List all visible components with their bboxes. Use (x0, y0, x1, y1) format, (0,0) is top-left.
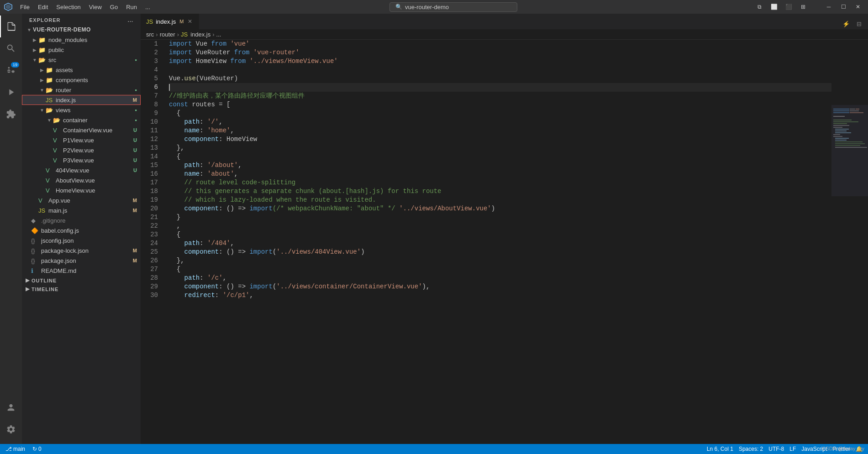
index-js-label: index.js (56, 97, 133, 104)
tree-package-json[interactable]: {} package.json M (22, 256, 141, 266)
menu-selection[interactable]: Selection (53, 3, 84, 11)
status-sync[interactable]: ↻ 0 (31, 444, 43, 454)
container-label: container (63, 117, 135, 124)
status-lang[interactable]: JavaScript (800, 444, 829, 454)
p2view-badge: U (133, 147, 137, 153)
outline-section[interactable]: ▶ OUTLINE (22, 276, 141, 284)
code-line-23: { (169, 230, 831, 239)
tree-p1view[interactable]: V P1View.vue U (22, 135, 141, 145)
readme-label: README.md (41, 267, 141, 274)
layout-btn-3[interactable]: ⬛ (782, 2, 795, 11)
code-line-3: import HomeView from '../views/HomeView.… (169, 57, 831, 66)
status-bell[interactable]: 🔔 (854, 444, 864, 454)
layout-btn-2[interactable]: ⬜ (768, 2, 780, 11)
close-btn[interactable]: ✕ (852, 2, 864, 11)
modified-indicator: M (179, 19, 184, 24)
layout-btn-1[interactable]: ⧉ (753, 2, 766, 11)
menu-run[interactable]: Run (122, 3, 141, 11)
menu-view[interactable]: View (85, 3, 105, 11)
minimap-svg (831, 40, 868, 444)
activity-extensions[interactable] (0, 103, 22, 125)
minimize-btn[interactable]: ─ (822, 2, 835, 11)
status-eol[interactable]: LF (788, 444, 798, 454)
tree-package-lock[interactable]: {} package-lock.json M (22, 245, 141, 256)
main-js-badge: M (133, 208, 137, 213)
tree-router[interactable]: ▼ 📂 router ● (22, 85, 141, 95)
tree-p3view[interactable]: V P3View.vue U (22, 155, 141, 165)
tree-src[interactable]: ▼ 📂 src ● (22, 55, 141, 65)
status-spaces[interactable]: Spaces: 2 (737, 444, 765, 454)
git-icon: ◆ (31, 217, 39, 224)
timeline-section[interactable]: ▶ TIMELINE (22, 284, 141, 293)
code-line-25: component: () => import('../views/404Vie… (169, 248, 831, 256)
tree-jsconfig[interactable]: {} jsconfig.json (22, 235, 141, 245)
folder-icon: 📁 (38, 37, 47, 43)
tree-app-vue[interactable]: V App.vue M (22, 195, 141, 205)
search-bar[interactable]: 🔍 vue-router-demo (389, 2, 517, 12)
breadcrumb-src[interactable]: src (146, 31, 154, 38)
tree-public[interactable]: ▶ 📁 public (22, 45, 141, 55)
tree-components[interactable]: ▶ 📁 components (22, 75, 141, 85)
tree-babel[interactable]: 🔶 babel.config.js (22, 225, 141, 235)
status-encoding[interactable]: UTF-8 (767, 444, 786, 454)
activity-accounts[interactable] (0, 397, 22, 418)
layout-btn-4[interactable]: ⊞ (797, 2, 810, 11)
code-content[interactable]: import Vue from 'vue' import VueRouter f… (163, 40, 831, 444)
activity-run[interactable] (0, 81, 22, 103)
index-js-badge: M (133, 97, 137, 103)
tree-container[interactable]: ▼ 📂 container ● (22, 115, 141, 125)
tree-main-js[interactable]: JS main.js M (22, 205, 141, 215)
vue-file-icon: V (53, 137, 61, 144)
code-line-5: Vue.use(VueRouter) (169, 74, 831, 83)
line-num-28: 28 (141, 274, 158, 282)
tree-homeview[interactable]: V HomeView.vue (22, 185, 141, 195)
p1view-label: P1View.vue (63, 137, 133, 144)
tree-index-js[interactable]: JS index.js M (22, 95, 141, 105)
line-num-22: 22 (141, 222, 158, 230)
menu-go[interactable]: Go (106, 3, 121, 11)
activity-source-control[interactable]: 19 (0, 59, 22, 81)
tab-index-js[interactable]: JS index.js M ✕ (141, 14, 200, 29)
branch-icon: ⎇ (5, 446, 12, 452)
menu-bar: File Edit Selection View Go Run ... (16, 3, 154, 11)
tree-aboutview[interactable]: V AboutView.vue (22, 175, 141, 185)
tree-containerview[interactable]: V ContainerView.vue U (22, 125, 141, 135)
menu-edit[interactable]: Edit (34, 3, 52, 11)
line-num-7: 7 (141, 92, 158, 100)
sidebar: EXPLORER ... ▼ VUE-ROUTER-DEMO ▶ 📁 node_… (22, 14, 141, 444)
status-ln-col[interactable]: Ln 6, Col 1 (705, 444, 735, 454)
maximize-btn[interactable]: ☐ (837, 2, 850, 11)
404view-label: 404View.vue (56, 167, 133, 174)
tree-assets[interactable]: ▶ 📁 assets (22, 65, 141, 75)
activity-search[interactable] (0, 37, 22, 59)
code-editor[interactable]: 1 2 3 4 5 6 7 8 9 10 11 12 13 14 15 16 1… (141, 40, 868, 444)
tree-views[interactable]: ▼ 📂 views ● (22, 105, 141, 115)
tab-close-btn[interactable]: ✕ (186, 18, 194, 25)
line-num-14: 14 (141, 152, 158, 161)
breadcrumb-more[interactable]: ... (216, 31, 221, 38)
status-branch[interactable]: ⎇ main (4, 444, 27, 454)
tree-404view[interactable]: V 404View.vue U (22, 165, 141, 175)
activity-settings[interactable] (0, 418, 22, 440)
line-num-20: 20 (141, 204, 158, 213)
tree-p2view[interactable]: V P2View.vue U (22, 145, 141, 155)
package-lock-badge: M (133, 248, 137, 253)
sidebar-more-icon[interactable]: ... (128, 17, 133, 23)
main-js-label: main.js (48, 207, 133, 214)
tree-root[interactable]: ▼ VUE-ROUTER-DEMO (22, 25, 141, 35)
breadcrumb-file[interactable]: index.js (190, 31, 210, 38)
chevron-down-icon: ▼ (38, 108, 46, 113)
breadcrumb-router[interactable]: router (160, 31, 175, 38)
sync-count: 0 (38, 446, 42, 452)
split-editor-btn[interactable]: ⚡ (841, 18, 852, 29)
more-actions-btn[interactable]: ⊟ (853, 18, 864, 29)
tree-readme[interactable]: ℹ README.md (22, 266, 141, 276)
activity-explorer[interactable] (0, 16, 22, 37)
menu-file[interactable]: File (16, 3, 33, 11)
line-num-16: 16 (141, 170, 158, 178)
menu-more[interactable]: ... (142, 3, 154, 11)
status-prettier[interactable]: Prettier (831, 444, 852, 454)
tree-node-modules[interactable]: ▶ 📁 node_modules (22, 35, 141, 45)
p3view-label: P3View.vue (63, 157, 133, 164)
tree-gitignore[interactable]: ◆ .gitignore (22, 215, 141, 225)
